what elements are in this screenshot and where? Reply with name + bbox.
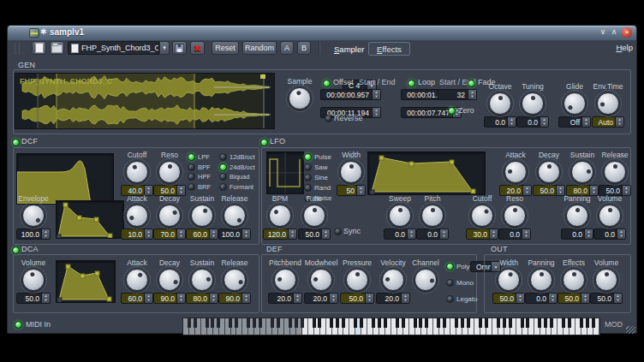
piano-black-key[interactable] (419, 318, 422, 328)
piano-black-key[interactable] (188, 318, 191, 328)
piano-black-key[interactable] (378, 318, 381, 328)
samplv1-window: ✱ samplv1 ∨ ∧ × FHP_Synth_Chord3_C Loop1… (7, 25, 637, 334)
piano-black-key[interactable] (253, 318, 256, 328)
piano-black-key[interactable] (384, 318, 387, 328)
piano-black-key[interactable] (586, 318, 589, 328)
resize-grip-icon[interactable] (626, 326, 635, 334)
piano-keyboard[interactable] (182, 317, 600, 335)
piano-black-key[interactable] (550, 318, 553, 328)
piano-black-key[interactable] (217, 318, 220, 328)
piano-black-key[interactable] (568, 318, 571, 328)
piano-black-key[interactable] (318, 318, 321, 328)
piano-black-key[interactable] (521, 318, 524, 328)
piano-black-key[interactable] (497, 318, 500, 328)
piano-black-key[interactable] (289, 318, 292, 328)
mod-label[interactable]: MOD (605, 320, 623, 329)
piano-black-key[interactable] (342, 318, 345, 328)
piano-black-key[interactable] (437, 318, 440, 328)
piano-black-key[interactable] (330, 318, 333, 328)
piano-black-key[interactable] (313, 318, 316, 328)
piano-black-key[interactable] (467, 318, 470, 328)
piano-black-key[interactable] (443, 318, 446, 328)
midi-in-led (15, 321, 22, 329)
piano-black-key[interactable] (247, 318, 250, 328)
piano-black-key[interactable] (396, 318, 399, 328)
piano-black-key[interactable] (425, 318, 428, 328)
piano-black-key[interactable] (455, 318, 458, 328)
piano-black-key[interactable] (485, 318, 488, 328)
piano-black-key[interactable] (271, 318, 274, 328)
piano-black-key[interactable] (580, 318, 583, 328)
piano-black-key[interactable] (354, 318, 357, 328)
piano-black-key[interactable] (538, 318, 541, 328)
piano-black-key[interactable] (235, 318, 238, 328)
piano-black-key[interactable] (592, 318, 595, 328)
piano-black-key[interactable] (372, 318, 375, 328)
piano-black-key[interactable] (229, 318, 232, 328)
piano-black-key[interactable] (194, 318, 197, 328)
piano-black-key[interactable] (562, 318, 565, 328)
piano-black-key[interactable] (503, 318, 506, 328)
piano-black-key[interactable] (206, 318, 209, 328)
piano-black-key[interactable] (301, 318, 304, 328)
piano-black-key[interactable] (277, 318, 280, 328)
piano-black-key[interactable] (336, 318, 339, 328)
piano-black-key[interactable] (295, 318, 298, 328)
piano-black-key[interactable] (402, 318, 405, 328)
piano-black-key[interactable] (211, 318, 214, 328)
piano-black-key[interactable] (414, 318, 417, 328)
piano-black-key[interactable] (461, 318, 464, 328)
piano-black-key[interactable] (509, 318, 512, 328)
piano-black-key[interactable] (544, 318, 547, 328)
piano-black-key[interactable] (526, 318, 529, 328)
midi-in-label: MIDI In (26, 320, 51, 329)
piano-black-key[interactable] (479, 318, 482, 328)
piano-black-key[interactable] (259, 318, 262, 328)
statusbar: MIDI In MOD (8, 26, 636, 333)
piano-black-key[interactable] (360, 318, 363, 328)
